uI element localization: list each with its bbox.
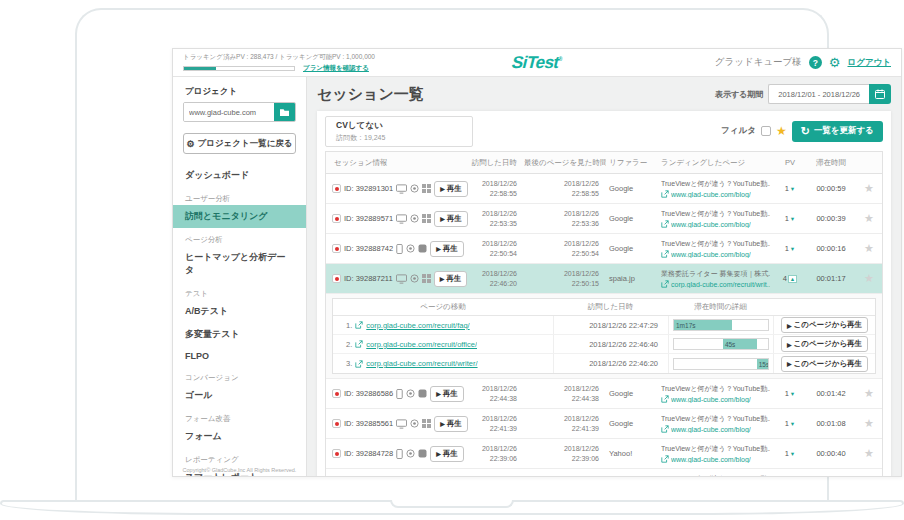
replay-button[interactable]: ▶再生 bbox=[434, 271, 468, 287]
landing-page-link[interactable]: www.glad-cube.com/blog/ bbox=[671, 396, 751, 403]
last-time: 22:50:54 bbox=[524, 249, 599, 258]
star-icon[interactable]: ★ bbox=[856, 242, 882, 255]
recording-dot bbox=[335, 392, 339, 396]
desktop-icon bbox=[396, 214, 407, 224]
favorite-star-icon[interactable]: ★ bbox=[776, 125, 787, 137]
star-icon[interactable]: ★ bbox=[856, 212, 882, 225]
session-row[interactable]: ID: 392885561▶再生2018/12/2622:41:392018/1… bbox=[326, 409, 882, 439]
help-icon[interactable]: ? bbox=[809, 56, 822, 69]
desktop-icon bbox=[396, 184, 407, 194]
replay-button-label: 再生 bbox=[446, 274, 461, 284]
sidebar-item-link[interactable]: A/Bテスト bbox=[173, 300, 306, 323]
session-row[interactable]: ID: 392891301▶再生2018/12/2622:58:552018/1… bbox=[326, 174, 882, 204]
star-icon[interactable]: ★ bbox=[856, 447, 882, 460]
replay-button[interactable]: ▶再生 bbox=[434, 181, 468, 197]
visited-time: 22:41:39 bbox=[466, 424, 517, 433]
replay-button[interactable]: ▶再生 bbox=[430, 476, 464, 478]
session-row[interactable]: ID: 392886586▶再生2018/12/2622:44:382018/1… bbox=[326, 379, 882, 409]
page-order-number: 2. bbox=[346, 340, 352, 349]
replay-button-label: 再生 bbox=[447, 214, 462, 224]
session-id: ID: 392888742 bbox=[344, 244, 393, 253]
pv-dropdown[interactable]: 1▼ bbox=[774, 184, 806, 193]
star-icon[interactable]: ★ bbox=[856, 182, 882, 195]
external-link-icon bbox=[661, 455, 669, 463]
replay-button-label: 再生 bbox=[447, 184, 462, 194]
sidebar-item-link[interactable]: ダッシュボード bbox=[173, 164, 306, 187]
replay-button[interactable]: ▶再生 bbox=[430, 386, 464, 402]
pv-dropdown[interactable]: 4▲ bbox=[774, 274, 806, 283]
pv-dropdown[interactable]: 1▼ bbox=[774, 449, 806, 458]
landing-page-link[interactable]: www.glad-cube.com/blog/ bbox=[671, 191, 751, 198]
sidebar-item-link[interactable]: 多変量テスト bbox=[173, 323, 306, 346]
session-row[interactable]: ID: 392889571▶再生2018/12/2622:53:352018/1… bbox=[326, 204, 882, 234]
dwell-time-cell: 00:00:40 bbox=[806, 449, 856, 458]
filter-checkbox[interactable] bbox=[761, 126, 771, 136]
star-icon[interactable]: ★ bbox=[856, 272, 882, 285]
last-date: 2018/12/26 bbox=[524, 209, 599, 218]
plan-info-link[interactable]: プラン情報を確認する bbox=[303, 64, 369, 73]
session-id: ID: 392886586 bbox=[344, 389, 393, 398]
period-range-field[interactable]: 2018/12/01 - 2018/12/26 bbox=[768, 84, 869, 104]
visited-time: 22:46:20 bbox=[466, 279, 517, 288]
pv-dropdown[interactable]: 1▼ bbox=[774, 244, 806, 253]
recording-indicator-icon bbox=[332, 214, 341, 223]
landing-page-link[interactable]: www.glad-cube.com/blog/ bbox=[671, 426, 751, 433]
project-folder-button[interactable] bbox=[274, 103, 295, 121]
landing-page-link[interactable]: www.glad-cube.com/blog/ bbox=[671, 221, 751, 228]
recording-indicator-icon bbox=[332, 419, 341, 428]
page-url-link[interactable]: corp.glad-cube.com/recruit/faq/ bbox=[366, 321, 469, 330]
page-url-link[interactable]: corp.glad-cube.com/recruit/office/ bbox=[366, 340, 477, 349]
replay-button[interactable]: ▶再生 bbox=[434, 211, 468, 227]
referrer-cell: Google bbox=[606, 244, 658, 253]
sidebar-item-link[interactable]: ゴール bbox=[173, 384, 306, 407]
pv-dropdown[interactable]: 1▼ bbox=[774, 419, 806, 428]
page-order-number: 3. bbox=[346, 359, 352, 368]
replay-from-page-button[interactable]: ▶このページから再生 bbox=[781, 317, 868, 333]
session-row[interactable]: ID: 392884728▶再生2018/12/2622:39:062018/1… bbox=[326, 439, 882, 469]
landing-link-row: corp.glad-cube.com/recruit/writ.. bbox=[661, 280, 770, 288]
settings-gear-icon[interactable]: ⚙ bbox=[829, 56, 841, 69]
replay-button[interactable]: ▶再生 bbox=[434, 416, 468, 432]
logout-link[interactable]: ログアウト bbox=[848, 57, 892, 69]
pv-dropdown[interactable]: 1▼ bbox=[774, 214, 806, 223]
page-order-number: 1. bbox=[346, 321, 352, 330]
star-icon[interactable]: ★ bbox=[856, 387, 882, 400]
laptop-screen: トラッキング済みPV : 288,473 / トラッキング可能PV : 1,00… bbox=[75, 8, 829, 500]
session-info-cell: ID: 392891301▶再生 bbox=[326, 181, 466, 197]
refresh-list-button[interactable]: ↻ 一覧を更新する bbox=[792, 121, 883, 142]
cv-filter-box[interactable]: CVしてない 訪問数：19,245 bbox=[325, 116, 473, 147]
dwell-bar-track: 1m17s bbox=[673, 319, 769, 331]
sidebar-item-link[interactable]: FLPO bbox=[173, 346, 306, 366]
pv-dropdown[interactable]: 1▼ bbox=[774, 389, 806, 398]
replay-button[interactable]: ▶再生 bbox=[430, 446, 464, 462]
session-info-cell: ID: 392888742▶再生 bbox=[326, 241, 466, 257]
account-name: グラッドキューブ様 bbox=[715, 56, 802, 69]
star-icon[interactable]: ★ bbox=[856, 417, 882, 430]
session-row[interactable]: ID: 392888742▶再生2018/12/2622:50:542018/1… bbox=[326, 234, 882, 264]
back-to-projects-label: プロジェクト一覧に戻る bbox=[197, 138, 292, 150]
session-row[interactable]: ID: 392887211▶再生2018/12/2622:46:202018/1… bbox=[326, 264, 882, 294]
session-id: ID: 392887211 bbox=[344, 274, 393, 283]
landing-page-link[interactable]: www.glad-cube.com/blog/ bbox=[671, 251, 751, 258]
replay-from-page-button[interactable]: ▶このページから再生 bbox=[781, 356, 868, 372]
external-link-icon bbox=[355, 321, 363, 329]
windows-icon bbox=[422, 274, 431, 283]
referrer-cell: spaia.jp bbox=[606, 274, 658, 283]
page-url-link[interactable]: corp.glad-cube.com/recruit/writer/ bbox=[366, 359, 477, 368]
session-row[interactable]: ID: 392883884▶再生2018/12/2622:36:062018/1… bbox=[326, 469, 882, 477]
replay-from-page-button[interactable]: ▶このページから再生 bbox=[781, 336, 868, 352]
chevron-down-icon: ▼ bbox=[790, 216, 795, 222]
referrer-cell: Google bbox=[606, 214, 658, 223]
sidebar-item-active[interactable]: 訪問とモニタリング bbox=[173, 205, 306, 228]
back-to-projects-button[interactable]: ⚙ プロジェクト一覧に戻る bbox=[183, 133, 296, 154]
page-flow-row: 2.corp.glad-cube.com/recruit/office/2018… bbox=[333, 335, 875, 354]
landing-page-link[interactable]: www.glad-cube.com/blog/ bbox=[671, 456, 751, 463]
calendar-button[interactable] bbox=[869, 84, 891, 104]
sidebar-item-link[interactable]: フォーム bbox=[173, 425, 306, 448]
pv-count: 1 bbox=[785, 389, 789, 398]
replay-button[interactable]: ▶再生 bbox=[430, 241, 464, 257]
landing-page-link[interactable]: corp.glad-cube.com/recruit/writ.. bbox=[671, 281, 770, 288]
project-select-input[interactable] bbox=[184, 103, 274, 121]
sidebar-item-link[interactable]: ヒートマップと分析データ bbox=[173, 246, 306, 282]
landing-page-cell: TrueViewと何が違う？YouTube動..www.glad-cube.co… bbox=[658, 474, 774, 477]
